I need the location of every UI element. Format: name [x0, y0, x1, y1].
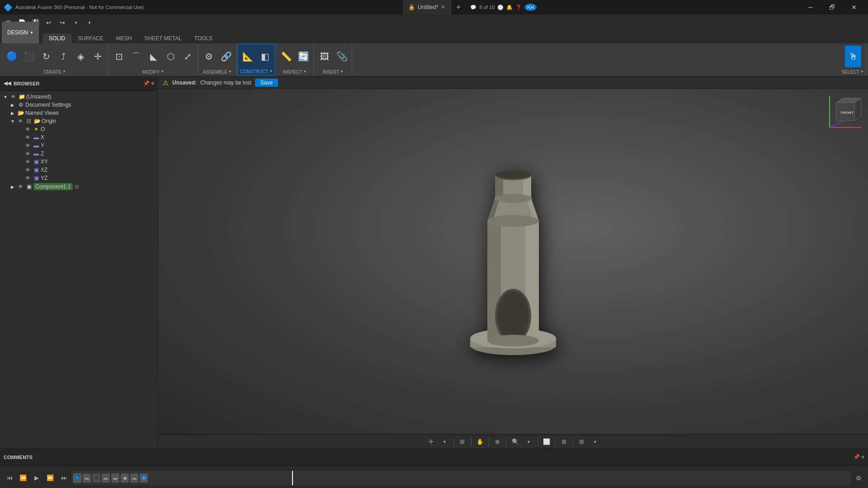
tree-arrow-origin[interactable]: ▼ [9, 119, 16, 124]
tab-solid[interactable]: SOLID [42, 33, 71, 43]
help-icon[interactable]: ❓ [515, 5, 522, 10]
tab-surface[interactable]: SURFACE [71, 33, 110, 43]
history-icon[interactable]: 🕐 [497, 5, 504, 10]
eye-icon-o[interactable]: 👁 [24, 127, 32, 132]
design-dropdown-button[interactable]: DESIGN ▼ [2, 22, 39, 43]
measure-button[interactable]: 📏 [278, 46, 294, 67]
user-avatar[interactable]: KH [524, 4, 537, 11]
plane-at-angle-button[interactable]: ◧ [257, 46, 273, 67]
visibility-dropdown[interactable]: ▼ [590, 436, 601, 448]
tree-arrow-doc[interactable]: ▶ [9, 103, 16, 108]
grid-button[interactable]: ⊞ [558, 436, 570, 448]
timeline-rewind-button[interactable]: ⏮ [4, 472, 15, 484]
timeline-next-button[interactable]: ⏩ [44, 472, 56, 484]
sweep-button[interactable]: ⤴ [55, 46, 71, 67]
tree-arrow-named-views[interactable]: ▶ [9, 111, 16, 116]
save-changes-button[interactable]: Save [255, 79, 278, 87]
browser-menu-button[interactable]: ≡ [151, 80, 154, 86]
eye-icon-x[interactable]: 👁 [24, 135, 32, 140]
tab-sheet-metal[interactable]: SHEET METAL [138, 33, 188, 43]
zoom-button[interactable]: 🔍 [509, 436, 521, 448]
eye-icon-component1[interactable]: 👁 [16, 184, 24, 189]
tree-item-origin-x[interactable]: 👁 ▬ X [0, 133, 158, 141]
fillet-button[interactable]: ⌒ [128, 46, 144, 67]
comments-pin-button[interactable]: 📌 [854, 454, 860, 460]
inspect-dropdown-arrow[interactable]: ▼ [303, 70, 307, 74]
eye-icon-xy[interactable]: 👁 [24, 159, 32, 164]
undo-button[interactable]: ↩ [42, 16, 55, 29]
orbit-button[interactable]: ⊕ [492, 436, 504, 448]
timeline-settings-button[interactable]: ⚙ [853, 472, 864, 484]
loft-button[interactable]: ◈ [72, 46, 89, 67]
offset-plane-button[interactable]: 📐 [240, 46, 256, 67]
tree-item-origin[interactable]: ▼ 👁 ⛓ 📂 Origin [0, 117, 158, 125]
redo-button[interactable]: ↪ [56, 16, 69, 29]
joint-button[interactable]: ⚙ [201, 46, 217, 67]
eye-icon-origin[interactable]: 👁 [16, 118, 24, 124]
scale-button[interactable]: ⤢ [179, 46, 196, 67]
tree-item-origin-y[interactable]: 👁 ▬ Y [0, 141, 158, 150]
timeline-marker-8[interactable]: 🔷 [140, 474, 148, 483]
new-tab-button[interactable]: + [451, 0, 466, 14]
eye-icon-yz[interactable]: 👁 [24, 175, 32, 181]
tab-tools[interactable]: TOOLS [188, 33, 219, 43]
tree-item-named-views[interactable]: ▶ 📂 Named Views [0, 109, 158, 117]
comments-menu-button[interactable]: ≡ [862, 454, 864, 460]
tree-item-component1[interactable]: ▶ 👁 ▣ Component1:1 ⊙ [0, 182, 158, 191]
insert-dropdown-arrow[interactable]: ▼ [340, 70, 344, 74]
minimize-button[interactable]: ─ [800, 0, 821, 14]
tree-item-origin-z[interactable]: 👁 ▬ Z [0, 150, 158, 158]
active-tab[interactable]: 🔒 Untitled* ✕ [403, 0, 451, 14]
undo-dropdown[interactable]: ▼ [70, 16, 82, 29]
insert-mesh-button[interactable]: 🖼 [316, 46, 333, 67]
eye-icon-xz[interactable]: 👁 [24, 167, 32, 173]
tree-arrow-component1[interactable]: ▶ [9, 184, 16, 189]
tree-arrow-unsaved[interactable]: ▼ [2, 94, 9, 99]
visibility-button[interactable]: ⊞ [576, 436, 588, 448]
timeline-prev-button[interactable]: ⏪ [17, 472, 29, 484]
chat-icon[interactable]: 💬 [470, 5, 476, 10]
extrude-button[interactable]: ⬛ [21, 46, 37, 67]
tree-item-doc-settings[interactable]: ▶ ⚙ Document Settings [0, 101, 158, 109]
tree-item-origin-yz[interactable]: 👁 ▣ YZ [0, 174, 158, 182]
maximize-button[interactable]: 🗗 [822, 0, 843, 14]
create-dropdown-arrow[interactable]: ▼ [62, 70, 66, 74]
assemble-dropdown-arrow[interactable]: ▼ [228, 70, 232, 74]
pan-button[interactable]: ✋ [474, 436, 486, 448]
revolve-button[interactable]: ↻ [38, 46, 54, 67]
timeline-marker-1[interactable]: 🔵 [73, 474, 81, 483]
timeline-marker-3[interactable]: ⬛ [92, 474, 100, 483]
timeline-marker-6[interactable]: ◼ [121, 474, 129, 483]
select-button[interactable]: 🖱 [845, 46, 861, 67]
3d-viewport[interactable]: FRONT [158, 89, 868, 434]
display-mode-button[interactable]: ⬜ [541, 436, 552, 448]
browser-pin-button[interactable]: 📌 [143, 80, 150, 86]
eye-icon-z[interactable]: 👁 [24, 151, 32, 156]
timeline-track[interactable]: 🔵 ▬ ⬛ ▬ ▬ ◼ ▬ 🔷 [71, 471, 851, 485]
snap-button[interactable]: ⊞ [457, 436, 468, 448]
tab-close-button[interactable]: ✕ [441, 4, 445, 10]
shell-button[interactable]: ⬡ [162, 46, 179, 67]
tree-item-origin-xy[interactable]: 👁 ▣ XY [0, 158, 158, 166]
notifications-icon[interactable]: 🔔 [506, 5, 513, 10]
view-cube[interactable]: FRONT [827, 94, 863, 130]
modify-dropdown-arrow[interactable]: ▼ [160, 70, 164, 74]
tree-item-origin-o[interactable]: 👁 ✦ O [0, 125, 158, 133]
close-button[interactable]: ✕ [844, 0, 864, 14]
timeline-marker-7[interactable]: ▬ [130, 474, 138, 483]
tree-item-origin-xz[interactable]: 👁 ▣ XZ [0, 166, 158, 174]
eye-icon-y[interactable]: 👁 [24, 143, 32, 148]
press-pull-button[interactable]: ⊡ [111, 46, 127, 67]
chamfer-button[interactable]: ◣ [145, 46, 161, 67]
interference-button[interactable]: 🔄 [295, 46, 311, 67]
eye-icon-unsaved[interactable]: 👁 [9, 94, 17, 99]
redo-dropdown[interactable]: ▼ [83, 16, 96, 29]
timeline-marker-4[interactable]: ▬ [102, 474, 110, 483]
zoom-dropdown[interactable]: ▼ [523, 436, 535, 448]
select-dropdown-arrow[interactable]: ▼ [860, 70, 864, 74]
new-component-button[interactable]: 🔵 [4, 46, 20, 67]
insert-svg-button[interactable]: 📎 [334, 46, 350, 67]
timeline-end-button[interactable]: ⏭ [58, 472, 70, 484]
move-copy-button[interactable]: ✛ [90, 46, 106, 67]
pivot-button[interactable]: ✛ [425, 436, 437, 448]
